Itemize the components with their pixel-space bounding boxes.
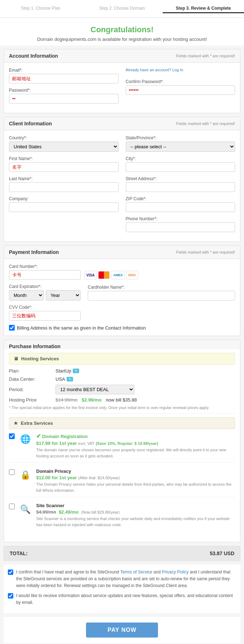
card-number-label: Card Number*: (9, 264, 81, 269)
billing-same-label: Billing Address is the same as given in … (17, 325, 146, 331)
total-bar: TOTAL: 53.87 USD (4, 546, 240, 561)
step2-label: Step 2. Choose Domain (99, 6, 145, 11)
card-number-input[interactable] (9, 270, 81, 280)
purchase-card: Purchase Information 🖥 Hosting Services … (4, 340, 240, 542)
hosting-icon: 🖥 (14, 356, 18, 361)
star-icon: ★ (14, 420, 18, 426)
domain-privacy-checkbox[interactable] (9, 469, 15, 475)
extra-services-label: Extra Services (21, 420, 53, 426)
expiry-year-select[interactable]: Year 202420252026 202720282029 (46, 290, 81, 301)
confirm-password-label: Confirm Password*: (126, 79, 235, 84)
billing-same-row: Billing Address is the same as given in … (9, 325, 235, 331)
price-original: $14.99/mo (56, 397, 77, 403)
domain-privacy-desc: The Domain Privacy service hides your pe… (36, 481, 235, 493)
period-select[interactable]: 12 months BEST DEAL 1 month 24 months 36… (56, 385, 134, 394)
site-scanner-checkbox[interactable] (9, 504, 15, 509)
amex-logo-icon: AMEX (111, 271, 125, 279)
expiry-month-select[interactable]: Month 010203 040506 070809 101112 (9, 290, 44, 301)
plan-change-btn[interactable]: ✎ (73, 369, 79, 373)
street-input[interactable] (126, 182, 235, 192)
password-label: Password*: (9, 88, 119, 93)
city-input[interactable] (126, 162, 235, 172)
site-scanner-price: $4.99/mo $2.49/mo (Now bill $29.88/year) (36, 509, 235, 515)
phone-label: Phone Number*: (126, 216, 235, 221)
client-card: Client Information Fields marked with * … (4, 117, 240, 242)
cvv-input[interactable] (9, 311, 81, 321)
firstname-label: First Name*: (9, 156, 119, 161)
terms-agreement-row: I confirm that I have read and agree to … (8, 569, 236, 590)
total-label: TOTAL: (10, 551, 28, 556)
terms-link[interactable]: Terms of Service (120, 569, 152, 575)
state-label: State/Province*: (126, 135, 235, 140)
email-label: Email*: (9, 68, 119, 73)
zip-label: ZIP Code*: (126, 196, 235, 201)
street-label: Street Address*: (126, 176, 235, 181)
visa-logo-icon: VISA (84, 271, 97, 279)
hosting-price-label: Hosting Price (9, 397, 56, 403)
site-scanner-info: Site Scanner $4.99/mo $2.49/mo (Now bill… (36, 503, 235, 528)
client-header-note: Fields marked with * are required! (176, 121, 235, 126)
domain-reg-price: $17.99 for 1st year excl. VAT (Save 10%,… (36, 441, 235, 446)
domain-reg-icon: 🌐 (18, 433, 33, 444)
zip-input[interactable] (126, 202, 235, 212)
domain-registration-checkbox[interactable] (9, 433, 15, 439)
domain-privacy-price: $12.00 for 1st year (After that: $24.00/… (36, 475, 235, 480)
pay-section: PAY NOW (4, 617, 240, 643)
domain-registration-row: 🌐 ✔ Domain Registration $17.99 for 1st y… (9, 433, 235, 463)
total-value: 53.87 USD (210, 551, 234, 556)
company-label: Company: (9, 196, 119, 201)
confirm-password-input[interactable] (126, 85, 235, 95)
account-card: Account Information Fields marked with *… (4, 49, 240, 113)
account-header-title: Account Information (9, 53, 58, 59)
news-text: I would like to receive information abou… (16, 592, 236, 606)
hosting-services-header: 🖥 Hosting Services (9, 353, 235, 365)
congrats-subtitle: Domain dogequipments.com is available fo… (4, 37, 240, 42)
cvv-label: CVV Code*: (9, 305, 81, 310)
already-account-link[interactable]: Already have an account? Log In (126, 68, 183, 72)
plan-value: StartUp ✎ (56, 368, 79, 374)
step-1: Step 1. Choose Plan (0, 4, 81, 13)
congrats-title: Congratulations! (4, 25, 240, 34)
step-3: Step 3. Review & Complete (163, 4, 244, 13)
phone-input[interactable] (126, 222, 235, 232)
terms-checkbox[interactable] (8, 569, 13, 575)
price-note: * The special initial price applies for … (9, 405, 235, 410)
pay-now-button[interactable]: PAY NOW (86, 623, 158, 638)
datacenter-change-btn[interactable]: ✎ (67, 377, 73, 381)
datacenter-row: Data Center: USA ✎ (9, 376, 235, 382)
domain-privacy-info: Domain Privacy $12.00 for 1st year (Afte… (36, 468, 235, 493)
state-select[interactable]: -- please select -- Alabama California N… (126, 141, 235, 152)
domain-privacy-row: 🔒 Domain Privacy $12.00 for 1st year (Af… (9, 468, 235, 497)
datacenter-label: Data Center: (9, 376, 56, 382)
site-scanner-desc: Site Scanner is a monitoring service tha… (36, 516, 235, 528)
password-input[interactable] (9, 94, 119, 104)
domain-reg-desc: The domain name you've chosen becomes yo… (36, 447, 235, 459)
step3-label: Step 3. Review & Complete (176, 6, 231, 11)
site-scanner-name: Site Scanner (36, 503, 235, 508)
step1-label: Step 1. Choose Plan (21, 6, 60, 11)
privacy-link[interactable]: Privacy Policy (162, 569, 189, 575)
lastname-input[interactable] (9, 182, 119, 192)
firstname-input[interactable] (9, 162, 119, 172)
company-input[interactable] (9, 202, 119, 212)
period-row: Period: 12 months BEST DEAL 1 month 24 m… (9, 385, 235, 394)
terms-text: I confirm that I have read and agree to … (16, 569, 236, 590)
news-checkbox[interactable] (8, 593, 13, 599)
billing-same-checkbox[interactable] (9, 325, 15, 331)
plan-label: Plan: (9, 368, 56, 374)
city-label: City*: (126, 156, 235, 161)
discover-logo-icon: DISC (126, 271, 138, 279)
card-expiry-label: Card Expiration*: (9, 284, 81, 289)
extra-services-header: ★ Extra Services (9, 417, 235, 429)
cardholder-input[interactable] (88, 291, 235, 301)
congrats-section: Congratulations! Domain dogequipments.co… (0, 18, 244, 45)
cardholder-label: Cardholder Name*: (88, 285, 235, 290)
hosting-price-value: $14.99/mo $2.99/mo now bill $35.88 (56, 397, 137, 403)
country-select[interactable]: United States Canada United Kingdom Aust… (9, 141, 119, 152)
news-agreement-row: I would like to receive information abou… (8, 592, 236, 606)
lastname-label: Last Name*: (9, 176, 119, 181)
email-input[interactable] (9, 74, 119, 83)
payment-header-title: Payment Information (9, 249, 59, 255)
site-scanner-icon: 🔍 (18, 503, 33, 514)
client-header-title: Client Information (9, 121, 52, 126)
